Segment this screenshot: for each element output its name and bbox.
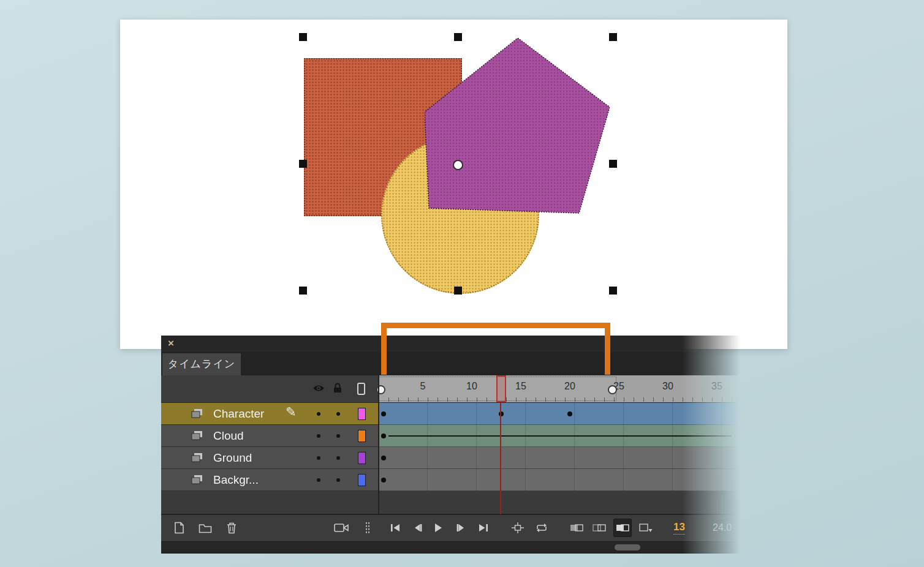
modify-markers-button[interactable]	[637, 519, 655, 537]
layer-name: Character	[213, 403, 264, 424]
visibility-dot[interactable]	[317, 434, 320, 438]
desktop-background: × タイムライン	[0, 0, 924, 567]
camera-icon	[334, 523, 349, 533]
lock-dot[interactable]	[336, 434, 340, 438]
annotation-bracket	[381, 323, 610, 375]
visibility-dot[interactable]	[317, 456, 320, 460]
layer-row-ground[interactable]: Ground	[161, 447, 379, 469]
onion-skin-outlines-icon	[593, 523, 606, 533]
keyframe-dot[interactable]	[381, 478, 386, 483]
frame-rate-display[interactable]: 24.0	[713, 522, 732, 533]
scrollbar-track[interactable]	[161, 541, 740, 553]
new-layer-button[interactable]	[170, 519, 189, 537]
onion-skin-outlines-button[interactable]	[590, 519, 608, 537]
empty-track-area	[161, 491, 740, 514]
layer-row-character[interactable]: Character ✎	[161, 403, 379, 425]
center-frame-icon	[512, 522, 524, 533]
timeline-toolbar: 13 24.0	[161, 514, 740, 541]
step-back-button[interactable]	[409, 519, 427, 537]
layer-row-cloud[interactable]: Cloud	[161, 425, 379, 447]
scrollbar-thumb[interactable]	[615, 544, 640, 550]
selection-handle[interactable]	[609, 287, 617, 295]
transform-point[interactable]	[453, 160, 463, 170]
go-to-first-frame-icon	[390, 524, 400, 532]
layer-icon	[191, 475, 203, 487]
show-parenting-view-button[interactable]	[358, 519, 377, 537]
keyframe-dot[interactable]	[381, 456, 386, 460]
onion-end-handle[interactable]	[608, 385, 617, 394]
layer-track-background[interactable]	[379, 469, 740, 491]
edit-multiple-frames-icon	[616, 523, 629, 533]
parenting-view-icon	[365, 522, 371, 534]
tween-line	[388, 435, 732, 437]
layer-track-character[interactable]	[379, 403, 740, 425]
loop-icon	[536, 523, 548, 533]
column-divider[interactable]	[378, 375, 379, 514]
outline-color-swatch[interactable]	[358, 474, 366, 486]
lock-dot[interactable]	[336, 456, 340, 460]
selection-handle[interactable]	[299, 33, 307, 41]
selection-handle[interactable]	[609, 33, 617, 41]
current-frame-display[interactable]: 13	[673, 521, 685, 535]
lock-icon[interactable]	[333, 383, 342, 393]
lock-dot[interactable]	[336, 412, 340, 416]
delete-layer-button[interactable]	[222, 519, 241, 537]
modify-markers-icon	[639, 523, 653, 533]
layer-track-ground[interactable]	[379, 447, 740, 469]
tab-timeline[interactable]: タイムライン	[162, 353, 241, 375]
new-folder-button[interactable]	[196, 519, 214, 537]
go-to-first-frame-button[interactable]	[386, 519, 404, 537]
layer-row-background[interactable]: Backgr...	[161, 469, 379, 491]
trash-icon	[226, 522, 237, 534]
outline-color-swatch[interactable]	[358, 452, 366, 464]
shape-pentagon[interactable]	[425, 38, 610, 217]
playhead-marker[interactable]	[496, 375, 506, 402]
pencil-icon: ✎	[286, 405, 297, 419]
outline-color-column-icon[interactable]	[357, 383, 365, 395]
ruler-tick-label: 10	[466, 381, 477, 392]
keyframe-dot[interactable]	[381, 434, 386, 438]
new-layer-icon	[173, 522, 186, 534]
layer-track-cloud[interactable]	[379, 425, 740, 447]
go-to-last-frame-icon	[479, 524, 488, 532]
center-frame-button[interactable]	[509, 519, 527, 537]
layer-name: Ground	[213, 447, 252, 468]
selection-handle[interactable]	[299, 160, 307, 168]
ruler-tick-label: 5	[420, 381, 426, 392]
outline-color-swatch[interactable]	[358, 430, 366, 442]
edit-multiple-frames-button[interactable]	[613, 519, 632, 537]
ruler-tick-label: 20	[564, 381, 575, 392]
keyframe-dot[interactable]	[567, 411, 572, 416]
layer-name: Cloud	[213, 425, 244, 446]
lock-dot[interactable]	[336, 478, 340, 482]
play-button[interactable]	[429, 519, 447, 537]
timeline-ruler[interactable]: 5 10 15 20 25 30 35	[379, 375, 740, 403]
ruler-tick-label: 30	[662, 381, 673, 392]
stage-canvas[interactable]	[120, 20, 787, 349]
eye-icon[interactable]	[312, 384, 325, 392]
close-icon[interactable]: ×	[168, 337, 174, 350]
layer-name: Backgr...	[213, 469, 259, 490]
visibility-dot[interactable]	[317, 478, 320, 482]
step-forward-icon	[456, 524, 465, 532]
selection-handle[interactable]	[299, 287, 307, 295]
step-forward-button[interactable]	[452, 519, 470, 537]
step-back-icon	[414, 524, 422, 532]
play-icon	[434, 523, 442, 533]
onion-skin-icon	[570, 523, 583, 533]
folder-icon	[199, 523, 212, 533]
ruler-tick-label: 15	[515, 381, 526, 392]
selection-handle[interactable]	[609, 160, 617, 168]
add-camera-button[interactable]	[332, 519, 350, 537]
selection-handle[interactable]	[454, 287, 462, 295]
go-to-last-frame-button[interactable]	[474, 519, 493, 537]
selection-handle[interactable]	[454, 33, 462, 41]
loop-button[interactable]	[532, 519, 551, 537]
outline-color-swatch[interactable]	[358, 408, 366, 420]
onion-skin-button[interactable]	[567, 519, 586, 537]
visibility-dot[interactable]	[317, 412, 320, 416]
ruler-tickmarks	[379, 397, 740, 402]
layer-icon	[191, 408, 203, 421]
layer-icon	[191, 452, 203, 465]
keyframe-dot[interactable]	[381, 411, 386, 416]
